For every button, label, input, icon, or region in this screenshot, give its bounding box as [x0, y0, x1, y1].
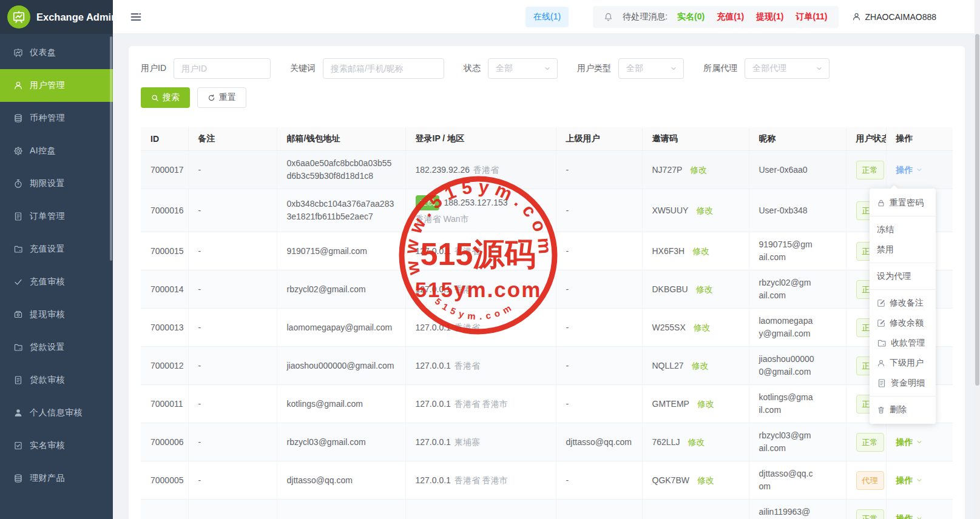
cell-address: djttasso@qq.com: [277, 461, 405, 500]
online-users-chip[interactable]: 在线(1): [525, 7, 569, 27]
pending-message-item[interactable]: 提现(1): [756, 12, 783, 22]
sidebar-item[interactable]: 贷款设置: [0, 331, 113, 364]
reset-button[interactable]: 重置: [197, 87, 246, 108]
user-icon: [13, 81, 23, 90]
table-header-row: ID备注邮箱/钱包地址登录IP / 地区上级用户邀请码昵称用户状态操作: [141, 127, 953, 151]
user-id-input[interactable]: [174, 58, 271, 79]
sidebar-item[interactable]: 理财产品: [0, 462, 113, 495]
pending-message-item[interactable]: 订单(11): [796, 12, 827, 22]
dropdown-item[interactable]: 收款管理: [870, 333, 936, 353]
folder-icon: [13, 343, 23, 352]
column-header: 邀请码: [642, 127, 749, 151]
status-label: 状态: [464, 63, 481, 74]
login-ip: 127.0.0.1: [416, 437, 451, 447]
sidebar-item[interactable]: 用户管理: [0, 69, 113, 102]
dropdown-item[interactable]: 重置密码: [870, 193, 936, 213]
modify-invite-link[interactable]: 修改: [692, 246, 709, 256]
table-row: 7000015-9190715@gmail.com127.0.0.1香港省-HX…: [141, 232, 953, 270]
user-type-select-value: 全部: [626, 63, 643, 74]
modify-invite-link[interactable]: 修改: [694, 323, 711, 332]
filter-row: 用户ID 关键词 状态 全部 用户类型 全部: [141, 58, 953, 79]
dropdown-item[interactable]: 下级用户: [870, 353, 936, 373]
pending-message-item[interactable]: 实名(0): [677, 12, 705, 22]
dashboard-icon: [13, 48, 23, 58]
modify-invite-link[interactable]: 修改: [692, 361, 709, 370]
chevron-down-icon: [916, 166, 923, 173]
login-region: 香港省 香港市: [455, 475, 508, 485]
dropdown-item-label: 修改余额: [890, 318, 924, 329]
cell-parent: djttasso@qq.com: [556, 423, 642, 461]
sidebar-item[interactable]: 充值审核: [0, 266, 113, 298]
dropdown-item[interactable]: 资金明细: [870, 373, 936, 393]
sidebar-item[interactable]: AI控盘: [0, 135, 113, 167]
cell-login: 127.0.0.1香港省: [405, 309, 556, 347]
cell-remark: -: [188, 347, 277, 385]
modify-invite-link[interactable]: 修改: [690, 165, 707, 175]
dropdown-item[interactable]: 禁用: [870, 239, 936, 260]
sidebar-item-label: 仪表盘: [30, 47, 56, 58]
sidebar-scrollbar[interactable]: [110, 36, 112, 261]
dropdown-item[interactable]: 设为代理: [870, 266, 936, 286]
status-badge: 正常: [856, 433, 884, 452]
dropdown-item[interactable]: 修改余额: [870, 313, 936, 333]
search-button[interactable]: 搜索: [141, 87, 190, 108]
row-action-link[interactable]: 操作: [896, 512, 923, 519]
row-action-link[interactable]: 操作: [896, 436, 923, 449]
user-type-select[interactable]: 全部: [618, 58, 684, 79]
sidebar-item[interactable]: 充值设置: [0, 233, 113, 266]
row-action-link[interactable]: 操作: [896, 474, 923, 487]
modify-invite-link[interactable]: 修改: [688, 437, 705, 447]
sidebar-item[interactable]: 期限设置: [0, 167, 113, 200]
modify-invite-link[interactable]: 修改: [696, 206, 713, 215]
cell-nickname: kotlings@gmail.com: [749, 385, 846, 423]
sidebar-item[interactable]: 币种管理: [0, 102, 113, 135]
agent-label: 所属代理: [703, 63, 737, 74]
page-scrollbar-track[interactable]: [975, 0, 980, 519]
dropdown-item-label: 收款管理: [891, 338, 925, 349]
row-action-dropdown: 重置密码冻结禁用设为代理修改备注修改余额收款管理下级用户资金明细删除: [870, 189, 936, 424]
invite-code: NQLL27: [652, 361, 684, 370]
page-scrollbar-thumb[interactable]: [975, 34, 979, 386]
sidebar-item[interactable]: 个人信息审核: [0, 397, 113, 429]
row-action-link[interactable]: 操作: [896, 164, 923, 176]
cell-invite: NJ727P修改: [642, 151, 749, 189]
modify-invite-link[interactable]: 修改: [697, 399, 714, 409]
keyword-input[interactable]: [323, 58, 444, 79]
column-header: 用户状态: [846, 127, 886, 151]
sidebar-item[interactable]: 仪表盘: [0, 36, 113, 69]
modify-invite-link[interactable]: 修改: [697, 475, 714, 485]
invite-code: W255SX: [652, 323, 686, 332]
sidebar-item-label: 理财产品: [30, 473, 65, 484]
modify-invite-link[interactable]: 修改: [696, 284, 713, 294]
collapse-menu-icon[interactable]: [130, 12, 141, 22]
keyword-label: 关键词: [290, 63, 316, 74]
sidebar-item[interactable]: 实名审核: [0, 429, 113, 462]
cell-parent: -: [556, 385, 642, 423]
dropdown-item[interactable]: 冻结: [870, 219, 936, 239]
column-header: 上级用户: [556, 127, 642, 151]
invite-code: NJ727P: [652, 165, 683, 175]
login-ip: 127.0.0.1: [416, 399, 451, 409]
dropdown-item[interactable]: 修改备注: [870, 293, 936, 313]
app-logo-chart-icon: [7, 5, 30, 28]
gear-icon: [13, 146, 23, 156]
login-ip: 182.239.92.26: [416, 165, 470, 175]
table-row: ailin119963@g正常操作: [141, 500, 953, 519]
sidebar-item[interactable]: 贷款审核: [0, 364, 113, 397]
pending-message-item[interactable]: 充值(1): [717, 12, 744, 22]
sidebar-item[interactable]: 订单管理: [0, 200, 113, 233]
sidebar-item[interactable]: 提现审核: [0, 298, 113, 331]
table-row: 7000012-jiaoshou000000@gmail.com127.0.0.…: [141, 347, 953, 385]
cell-parent: -: [556, 461, 642, 500]
cell-address: rbzycl03@gmail.com: [277, 423, 405, 461]
agent-select[interactable]: 全部代理: [745, 58, 830, 79]
dropdown-item[interactable]: 删除: [870, 400, 936, 420]
current-user[interactable]: ZHAOCAIMAO888: [852, 12, 936, 22]
search-button-label: 搜索: [163, 92, 180, 103]
cell-address: 9190715@gmail.com: [277, 232, 405, 270]
subuser-icon: [877, 359, 885, 367]
status-select[interactable]: 全部: [488, 58, 558, 79]
sidebar-item-label: 充值设置: [30, 244, 65, 255]
cell-address: laomomegapay@gmail.com: [277, 309, 405, 347]
cell-login: 127.0.0.1香港省: [405, 232, 556, 270]
